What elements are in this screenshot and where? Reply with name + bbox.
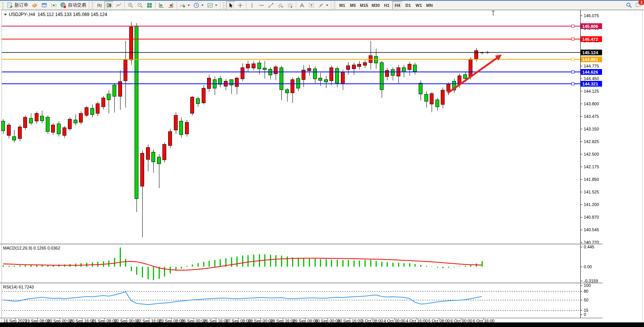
chart-shift-icon <box>158 2 164 8</box>
auto-trading-icon <box>60 2 66 8</box>
bar-chart-button[interactable] <box>95 1 104 10</box>
cursor-tool-button[interactable] <box>226 1 235 10</box>
timeframe-m15[interactable]: M15 <box>358 1 369 10</box>
toolbar-grip[interactable] <box>334 2 336 9</box>
templates-icon <box>207 2 213 8</box>
rsi-pane[interactable] <box>2 284 580 318</box>
signals-icon <box>51 2 57 8</box>
new-order-button[interactable]: 新订单 <box>5 1 30 10</box>
horizontal-line-tool-button[interactable] <box>257 1 266 10</box>
toolbar-separator <box>220 2 220 9</box>
candlestick-chart-icon <box>106 2 112 8</box>
toolbar-separator <box>177 2 177 9</box>
rsi-name: RSI(14) <box>3 285 18 289</box>
crosshair-icon <box>237 2 243 8</box>
market-watch-icon <box>32 2 38 8</box>
cursor-icon <box>228 2 234 8</box>
fibonacci-tool-button[interactable] <box>286 1 295 10</box>
clock-icon <box>193 2 199 8</box>
indicators-icon <box>180 2 186 8</box>
auto-scroll-button[interactable] <box>166 1 175 10</box>
timeframe-m30[interactable]: M30 <box>370 1 381 10</box>
dropdown-caret-icon <box>326 5 328 6</box>
tile-windows-icon <box>146 2 153 8</box>
main-chart-pane[interactable] <box>2 10 580 243</box>
trendline-tool-button[interactable] <box>267 1 276 10</box>
zoom-in-button[interactable] <box>126 1 135 10</box>
toolbar-separator <box>331 2 331 9</box>
toolbar-separator <box>155 2 156 9</box>
symbol-period-label: USDJPY-,H4 <box>9 12 35 17</box>
chart-shift-button[interactable] <box>157 1 166 10</box>
bar-chart-icon <box>96 2 103 8</box>
notification-badge: 1 <box>638 0 644 5</box>
navigator-icon <box>41 2 47 8</box>
toolbar-separator <box>124 2 125 9</box>
crosshair-tool-button[interactable] <box>236 1 245 10</box>
text-label-tool-button[interactable] <box>307 1 316 10</box>
arrows-tool-button[interactable] <box>316 1 330 10</box>
trendline-icon <box>268 2 274 8</box>
dropdown-caret-icon <box>188 5 190 6</box>
macd-pane[interactable] <box>2 245 580 282</box>
zoom-out-button[interactable] <box>135 1 145 10</box>
market-watch-button[interactable] <box>30 1 39 10</box>
templates-button[interactable] <box>206 1 219 10</box>
bottom-bar <box>0 322 644 327</box>
vertical-line-tool-button[interactable] <box>247 1 257 10</box>
toolbar-separator <box>246 2 246 9</box>
chart-collapse-icon <box>4 14 7 16</box>
new-order-label: 新订单 <box>14 2 28 8</box>
rsi-indicator-label: RSI(14) 61.7243 <box>3 285 34 289</box>
text-tool-icon <box>299 2 305 8</box>
tile-windows-button[interactable] <box>145 1 154 10</box>
navigator-button[interactable] <box>40 1 49 10</box>
timeframe-w1[interactable]: W1 <box>414 1 424 10</box>
new-order-icon <box>7 2 13 8</box>
vertical-line-icon <box>249 2 255 8</box>
timeframe-h1[interactable]: H1 <box>382 1 392 10</box>
arrows-icon <box>318 2 324 8</box>
equidistant-channel-icon <box>278 2 284 8</box>
timeframe-m1[interactable]: M1 <box>337 1 347 10</box>
rsi-value: 61.7243 <box>19 285 34 289</box>
chart-title: USDJPY-,H4 145.112 145.133 145.069 145.1… <box>4 12 107 17</box>
text-label-icon <box>308 2 315 8</box>
line-chart-button[interactable] <box>114 1 123 10</box>
equidistant-channel-tool-button[interactable] <box>276 1 285 10</box>
candlestick-chart-button[interactable] <box>104 1 114 10</box>
auto-trading-label: 自动交易 <box>68 2 86 8</box>
chat-button[interactable]: 1 <box>634 1 643 10</box>
ohlc-values: 145.112 145.133 145.069 145.124 <box>38 12 108 17</box>
toolbar: 新订单 自动交易 <box>0 1 644 10</box>
auto-scroll-icon <box>168 2 174 8</box>
toolbar-grip[interactable] <box>2 2 4 9</box>
toolbar-separator <box>89 2 89 9</box>
toolbar-grip[interactable] <box>223 2 225 9</box>
fibonacci-icon <box>287 2 293 8</box>
search-button[interactable] <box>624 1 634 10</box>
text-tool-button[interactable] <box>297 1 307 10</box>
horizontal-line-icon <box>259 2 265 8</box>
toolbar-separator <box>296 2 296 9</box>
macd-name: MACD(12,26,9) <box>3 246 32 250</box>
toolbar-grip[interactable] <box>92 2 93 9</box>
timeframe-h4[interactable]: H4 <box>392 1 403 10</box>
macd-indicator-label: MACD(12,26,9) 0.1265 0.0362 <box>3 246 60 250</box>
time-axis[interactable] <box>0 318 602 322</box>
zoom-out-icon <box>137 2 143 8</box>
line-chart-icon <box>116 2 122 8</box>
timeframe-d1[interactable]: D1 <box>403 1 413 10</box>
zoom-in-icon <box>127 2 133 8</box>
periods-button[interactable] <box>192 1 205 10</box>
dropdown-caret-icon <box>201 5 204 6</box>
price-axis[interactable] <box>580 10 641 318</box>
search-icon <box>626 2 632 8</box>
auto-trading-button[interactable]: 自动交易 <box>59 1 88 10</box>
timeframe-mn[interactable]: MN <box>424 1 435 10</box>
dropdown-caret-icon <box>215 5 217 6</box>
macd-values: 0.1265 0.0362 <box>33 246 60 250</box>
timeframe-m5[interactable]: M5 <box>348 1 358 10</box>
indicators-button[interactable] <box>178 1 191 10</box>
signals-button[interactable] <box>49 1 58 10</box>
